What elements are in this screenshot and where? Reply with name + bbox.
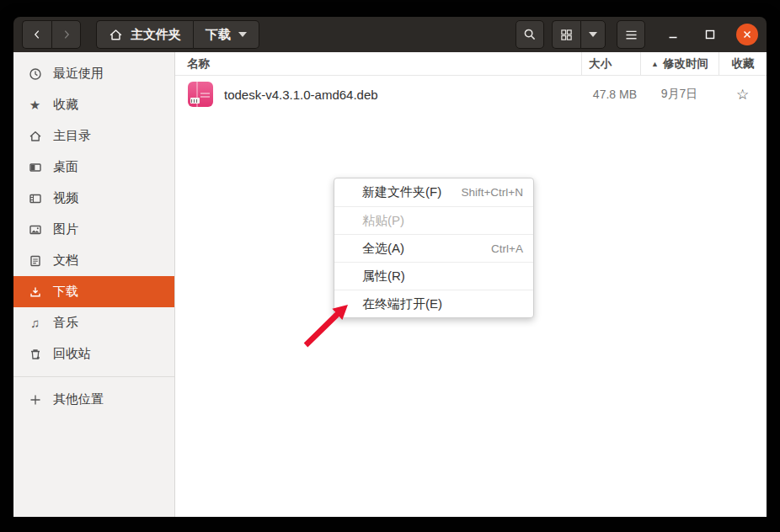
- home-icon: [28, 130, 42, 143]
- sidebar-item-label: 桌面: [53, 159, 78, 175]
- sidebar-item-pictures[interactable]: 图片: [13, 214, 174, 245]
- column-header-modified[interactable]: ▲ 修改时间: [640, 52, 719, 75]
- menu-item-open-in-terminal[interactable]: 在终端打开(E): [334, 290, 533, 317]
- back-icon: [31, 29, 43, 40]
- sidebar-item-recent[interactable]: 最近使用: [13, 58, 174, 89]
- sidebar-item-home[interactable]: 主目录: [13, 120, 174, 152]
- desktop-icon: [28, 161, 42, 174]
- navigation-buttons: [22, 20, 81, 49]
- sidebar-item-desktop[interactable]: 桌面: [13, 152, 174, 183]
- image-icon: [28, 223, 42, 237]
- view-options-dropdown-icon: [589, 32, 597, 37]
- menu-item-label: 属性(R): [362, 269, 405, 285]
- sidebar-item-starred[interactable]: ★ 收藏: [13, 89, 174, 120]
- path-home-button[interactable]: 主文件夹: [96, 20, 194, 49]
- menu-item-label: 全选(A): [362, 241, 404, 257]
- search-icon: [523, 28, 537, 41]
- forward-button[interactable]: [51, 20, 81, 49]
- back-button[interactable]: [22, 20, 51, 49]
- sidebar-item-label: 音乐: [53, 315, 78, 331]
- path-home-label: 主文件夹: [131, 27, 181, 43]
- music-icon: ♫: [28, 317, 42, 329]
- hamburger-icon: [625, 29, 638, 40]
- view-switcher: [552, 20, 606, 49]
- sidebar-item-label: 收藏: [53, 97, 78, 113]
- menu-item-shortcut: Shift+Ctrl+N: [461, 186, 523, 199]
- sidebar-item-label: 主目录: [53, 128, 91, 144]
- context-menu: 新建文件夹(F) Shift+Ctrl+N 粘贴(P) 全选(A) Ctrl+A…: [334, 178, 534, 318]
- list-column-headers: 名称 大小 ▲ 修改时间 收藏: [175, 52, 767, 76]
- hamburger-menu-button[interactable]: [617, 20, 645, 49]
- home-icon: [109, 28, 123, 42]
- sidebar-item-documents[interactable]: 文档: [13, 245, 174, 276]
- path-bar: 主文件夹 下载: [96, 20, 259, 49]
- grid-view-button[interactable]: [552, 20, 580, 49]
- maximize-button[interactable]: [699, 24, 721, 45]
- close-icon: [742, 29, 752, 40]
- sidebar-item-label: 文档: [53, 253, 78, 269]
- sidebar-item-label: 回收站: [53, 346, 91, 362]
- sidebar-item-label: 下载: [53, 284, 78, 300]
- file-size: 47.8 MB: [581, 88, 640, 101]
- sidebar-item-downloads[interactable]: 下载: [13, 276, 174, 307]
- search-button[interactable]: [516, 20, 544, 49]
- path-current-button[interactable]: 下载: [194, 20, 259, 49]
- sidebar-item-label: 视频: [53, 190, 78, 206]
- column-header-starred[interactable]: 收藏: [719, 52, 767, 75]
- deb-package-icon: [188, 82, 213, 107]
- menu-item-select-all[interactable]: 全选(A) Ctrl+A: [334, 234, 533, 262]
- close-button[interactable]: [736, 24, 758, 45]
- menu-item-shortcut: Ctrl+A: [491, 242, 523, 255]
- minimize-button[interactable]: [662, 24, 684, 45]
- star-toggle[interactable]: ☆: [719, 86, 767, 104]
- sidebar-item-videos[interactable]: 视频: [13, 183, 174, 214]
- clock-icon: [28, 67, 42, 81]
- sidebar: 最近使用 ★ 收藏 主目录 桌面: [13, 52, 175, 517]
- column-header-name[interactable]: 名称: [175, 52, 581, 75]
- sidebar-item-label: 其他位置: [53, 391, 104, 407]
- grid-view-icon: [560, 29, 573, 41]
- sidebar-item-label: 最近使用: [53, 66, 104, 82]
- plus-icon: [28, 394, 42, 406]
- menu-item-paste: 粘贴(P): [334, 206, 533, 234]
- star-icon: ★: [28, 98, 42, 111]
- window-controls: [662, 24, 758, 45]
- sidebar-item-label: 图片: [53, 221, 78, 237]
- video-icon: [28, 192, 42, 205]
- download-icon: [28, 285, 42, 299]
- column-header-size[interactable]: 大小: [581, 52, 640, 75]
- sidebar-item-trash[interactable]: 回收站: [13, 338, 174, 370]
- path-dropdown-icon: [238, 32, 247, 37]
- file-row[interactable]: todesk-v4.3.1.0-amd64.deb 47.8 MB 9月7日 ☆: [175, 76, 767, 113]
- document-icon: [28, 254, 42, 268]
- sort-ascending-icon: ▲: [651, 60, 659, 68]
- path-current-label: 下载: [206, 27, 231, 43]
- sidebar-separator: [13, 376, 174, 377]
- menu-item-new-folder[interactable]: 新建文件夹(F) Shift+Ctrl+N: [334, 178, 533, 206]
- trash-icon: [28, 348, 42, 361]
- view-options-button[interactable]: [580, 20, 606, 49]
- sidebar-item-music[interactable]: ♫ 音乐: [13, 307, 174, 338]
- forward-icon: [61, 29, 72, 40]
- menu-item-label: 在终端打开(E): [362, 296, 442, 312]
- menu-item-label: 新建文件夹(F): [362, 184, 441, 200]
- screenshot-stage: 主文件夹 下载: [0, 0, 780, 532]
- sidebar-item-other-locations[interactable]: 其他位置: [13, 384, 174, 415]
- menu-item-properties[interactable]: 属性(R): [334, 262, 533, 290]
- header-bar: 主文件夹 下载: [13, 17, 767, 52]
- header-right-controls: [516, 20, 758, 49]
- file-modified-date: 9月7日: [640, 87, 719, 102]
- file-name-cell: todesk-v4.3.1.0-amd64.deb: [175, 82, 581, 107]
- menu-item-label: 粘贴(P): [362, 213, 404, 229]
- file-name: todesk-v4.3.1.0-amd64.deb: [224, 88, 378, 102]
